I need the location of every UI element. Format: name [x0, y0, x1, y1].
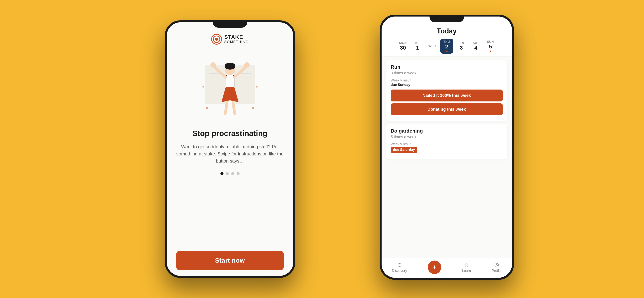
logo-something: SOMETHING [224, 40, 248, 44]
cal-day-mon[interactable]: MON 30 [396, 40, 410, 52]
bottom-nav: ⊙ Discovery + ☆ Learn ◎ Profile [382, 258, 512, 278]
discovery-icon: ⊙ [397, 262, 402, 268]
nav-profile-label: Profile [492, 269, 502, 273]
cal-day-thu[interactable]: THU 2 [440, 39, 453, 54]
habit-gardening-name: Do gardening [391, 128, 503, 134]
svg-point-17 [244, 62, 250, 68]
nav-discovery[interactable]: ⊙ Discovery [392, 262, 407, 273]
cal-day-sun[interactable]: SUN 5 [484, 39, 497, 54]
cal-dot-thu [446, 51, 448, 52]
habit-run-name: Run [391, 64, 503, 70]
today-title: Today [387, 27, 506, 35]
habit-card-run: Run 3 times a week Weekly result due Sun… [386, 60, 508, 121]
cal-day-tue-num: 1 [416, 45, 419, 51]
dot-4 [236, 172, 240, 175]
nav-discovery-label: Discovery [392, 269, 407, 273]
cal-day-sat-label: SAT [473, 41, 479, 45]
nailed-it-button[interactable]: Nailed it 100% this week [391, 90, 503, 101]
svg-point-14 [225, 63, 236, 70]
habits-list: Run 3 times a week Weekly result due Sun… [382, 57, 512, 258]
logo-stake: STAKE [224, 34, 248, 40]
learn-icon: ☆ [464, 262, 469, 268]
cal-day-mon-label: MON [399, 41, 407, 45]
cal-day-mon-num: 30 [400, 45, 406, 51]
onboarding-screen: STAKE SOMETHING [167, 22, 293, 276]
svg-point-19 [252, 107, 254, 109]
cal-day-sat[interactable]: SAT 4 [470, 40, 482, 52]
svg-point-21 [256, 86, 258, 88]
phone-onboarding: STAKE SOMETHING [165, 20, 295, 278]
cal-day-tue-label: TUE [414, 41, 421, 45]
cal-day-fri-label: FRI [459, 41, 464, 45]
cal-day-wed-label: WED [428, 44, 436, 48]
cal-day-thu-label: THU [443, 40, 450, 44]
svg-point-20 [202, 86, 204, 88]
cal-day-sun-num: 5 [489, 44, 492, 50]
habit-gardening-freq: 5 times a week [391, 135, 503, 139]
weekly-result-label-run: Weekly result [391, 78, 503, 82]
nav-add-button[interactable]: + [428, 260, 441, 274]
cal-day-sat-num: 4 [474, 45, 478, 51]
weekly-result-due-run: due Sunday [391, 83, 503, 87]
cal-dot-sun [490, 51, 491, 52]
today-header: Today MON 30 TUE 1 WED [382, 17, 512, 57]
calendar-row: MON 30 TUE 1 WED THU [387, 39, 506, 54]
svg-point-16 [210, 62, 216, 68]
onboarding-illustration [196, 52, 264, 125]
svg-point-18 [206, 107, 208, 109]
logo-text: STAKE SOMETHING [224, 34, 248, 44]
svg-point-2 [215, 38, 218, 41]
nav-learn-label: Learn [462, 269, 471, 273]
phone-today: Today MON 30 TUE 1 WED [380, 15, 514, 280]
nav-profile[interactable]: ◎ Profile [492, 262, 502, 273]
scene: STAKE SOMETHING [92, 15, 552, 283]
nav-add-icon: + [432, 263, 436, 271]
cal-day-tue[interactable]: TUE 1 [411, 40, 424, 52]
habit-run-freq: 3 times a week [391, 71, 503, 75]
notch-2 [430, 15, 464, 22]
notch-1 [213, 20, 247, 28]
profile-icon: ◎ [494, 262, 499, 268]
cal-day-fri[interactable]: FRI 3 [455, 40, 468, 52]
habit-card-gardening: Do gardening 5 times a week Weekly resul… [386, 124, 508, 160]
onboarding-description: Want to get suddenly reliable at doing s… [167, 143, 293, 165]
nav-learn[interactable]: ☆ Learn [462, 262, 471, 273]
cal-day-wed[interactable]: WED [426, 43, 439, 49]
cal-day-thu-num: 2 [445, 44, 448, 50]
illustration-svg [198, 54, 263, 123]
logo: STAKE SOMETHING [211, 34, 248, 45]
donating-button[interactable]: Donating this week [391, 103, 503, 115]
logo-icon [211, 34, 222, 45]
weekly-result-label-gardening: Weekly result [391, 142, 503, 146]
onboarding-title: Stop procrastinating [192, 129, 268, 138]
pagination-dots [220, 172, 240, 175]
cal-day-sun-label: SUN [487, 40, 494, 44]
dot-2 [226, 172, 229, 175]
weekly-result-due-gardening: due Saturday [391, 146, 417, 153]
cal-day-fri-num: 3 [460, 45, 463, 51]
dot-3 [231, 172, 234, 175]
start-button[interactable]: Start now [176, 251, 284, 270]
today-screen: Today MON 30 TUE 1 WED [382, 17, 512, 278]
dot-1 [220, 172, 224, 175]
